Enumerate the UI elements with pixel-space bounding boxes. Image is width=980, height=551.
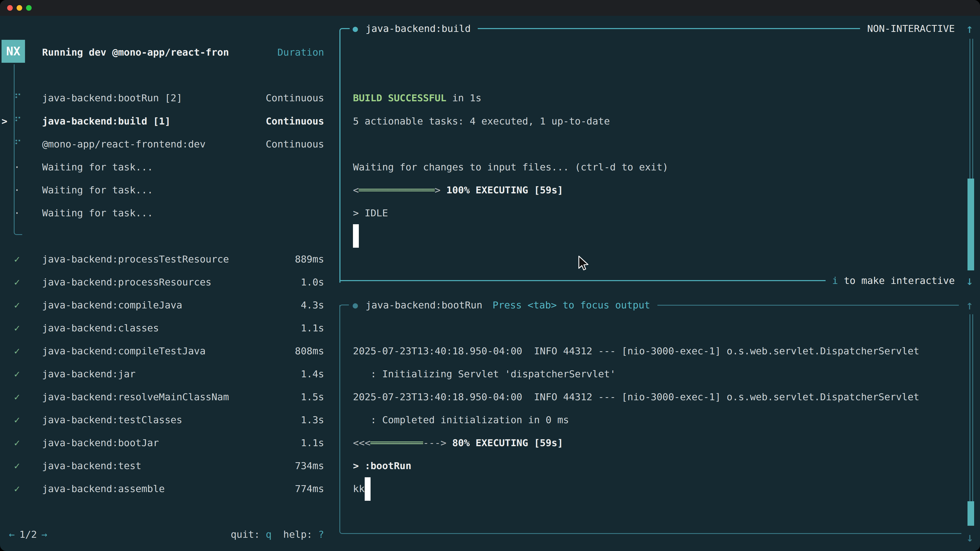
check-icon: ✓: [14, 300, 35, 311]
task-row[interactable]: ✓ java-backend:processTestResource 889ms: [0, 248, 332, 271]
mouse-pointer-icon: [577, 256, 590, 275]
scroll-up-icon[interactable]: ↑: [966, 298, 974, 312]
header-rule: [478, 28, 860, 29]
bootrun-pane-header: ● java-backend:bootRun Press <tab> to fo…: [353, 295, 974, 315]
task-name: java-backend:resolveMainClassNam: [42, 391, 229, 403]
task-row[interactable]: ✓ java-backend:test 734ms: [0, 454, 332, 477]
build-pane-footer: i to make interactive ↓: [339, 271, 974, 290]
page-prev-arrow-icon[interactable]: ←: [9, 529, 15, 540]
task-name: java-backend:assemble: [42, 483, 165, 494]
task-name: java-backend:compileJava: [42, 300, 182, 311]
task-duration: 1.5s: [301, 391, 324, 403]
task-duration: 774ms: [295, 483, 324, 494]
task-row-selected[interactable]: > ⠋ java-backend:build [1] Continuous: [0, 110, 332, 133]
gradle-progress-bar: <<<═════════---> 80% EXECUTING [59s]: [353, 431, 563, 454]
spinner-icon: ⠋: [14, 92, 35, 104]
build-pane-title: java-backend:build: [366, 23, 471, 34]
terminal-window: NX Running dev @mono-app/react-fron Dura…: [0, 0, 980, 551]
sidebar-footer: ← 1/2 → quit: q help: ?: [0, 523, 332, 546]
check-icon: ✓: [14, 322, 35, 333]
scrollbar-track[interactable]: [969, 314, 973, 501]
task-duration: 734ms: [295, 460, 324, 472]
scrollbar-thumb[interactable]: [967, 501, 974, 526]
task-name: java-backend:jar: [42, 368, 135, 380]
task-name: java-backend:build [1]: [42, 116, 170, 127]
check-icon: ✓: [14, 391, 35, 403]
bar-open: <: [353, 184, 359, 196]
task-duration: 1.4s: [301, 368, 324, 380]
check-icon: ✓: [14, 254, 35, 265]
log-line: : Initializing Servlet 'dispatcherServle…: [353, 362, 616, 386]
check-icon: ✓: [14, 414, 35, 426]
task-row[interactable]: ✓ java-backend:classes 1.1s: [0, 317, 332, 340]
task-row[interactable]: ✓ java-backend:processResources 1.0s: [0, 271, 332, 294]
task-row-waiting: · Waiting for task...: [0, 179, 332, 202]
task-row[interactable]: ✓ java-backend:assemble 774ms: [0, 477, 332, 500]
task-row[interactable]: ✓ java-backend:compileTestJava 808ms: [0, 340, 332, 362]
task-name: java-backend:testClasses: [42, 414, 182, 426]
scroll-up-icon[interactable]: ↑: [966, 21, 974, 36]
bar-close: >: [434, 184, 441, 196]
task-row[interactable]: ✓ java-backend:compileJava 4.3s: [0, 294, 332, 317]
task-duration: Continuous: [266, 116, 324, 127]
terminal-line: > IDLE: [353, 202, 388, 224]
task-bullet-icon: ●: [353, 300, 358, 310]
pending-bullet-icon: ·: [14, 184, 35, 196]
input-line[interactable]: kk: [353, 477, 365, 500]
quit-key[interactable]: q: [266, 529, 272, 540]
task-row[interactable]: ✓ java-backend:jar 1.4s: [0, 362, 332, 386]
task-name: java-backend:bootRun [2]: [42, 92, 182, 103]
task-duration: 1.1s: [301, 322, 324, 333]
task-row[interactable]: ⠋ java-backend:bootRun [2] Continuous: [0, 86, 332, 110]
gradle-progress-bar: <═════════════> 100% EXECUTING [59s]: [353, 179, 563, 202]
header-rule: [657, 305, 959, 306]
task-duration: Continuous: [266, 92, 324, 103]
waiting-label: Waiting for task...: [42, 207, 153, 219]
check-icon: ✓: [14, 345, 35, 357]
task-duration: 1.1s: [301, 437, 324, 448]
scroll-down-icon[interactable]: ↓: [966, 530, 974, 545]
terminal-cursor: [353, 224, 359, 248]
terminal-cursor: [365, 477, 371, 501]
task-row[interactable]: ✓ java-backend:testClasses 1.3s: [0, 408, 332, 431]
task-name: java-backend:bootJar: [42, 437, 159, 448]
close-button[interactable]: [7, 5, 13, 11]
log-line: 2025-07-23T13:40:18.950-04:00 INFO 44312…: [353, 386, 919, 408]
minimize-button[interactable]: [17, 5, 22, 11]
quit-hint: quit: q help: ?: [231, 529, 324, 540]
prompt-line: > :bootRun: [353, 454, 411, 477]
build-pane-border: [339, 28, 350, 283]
selection-arrow-icon: >: [2, 116, 7, 127]
terminal-line: Waiting for changes to input files... (c…: [353, 156, 668, 179]
check-icon: ✓: [14, 368, 35, 380]
task-name: java-backend:classes: [42, 322, 159, 333]
pending-bullet-icon: ·: [14, 162, 35, 173]
bar-fill: ═════════: [371, 437, 423, 448]
interactive-key: i: [832, 275, 838, 286]
scroll-down-icon[interactable]: ↓: [966, 273, 974, 288]
terminal-line: BUILD SUCCESSFUL in 1s: [353, 86, 481, 110]
titlebar: [0, 0, 980, 16]
bar-fill: ═════════════: [359, 184, 434, 196]
task-name: java-backend:processResources: [42, 276, 211, 288]
bar-label: 80% EXECUTING [59s]: [446, 437, 563, 448]
zoom-button[interactable]: [26, 5, 32, 11]
task-name: java-backend:test: [42, 460, 142, 472]
check-icon: ✓: [14, 460, 35, 472]
scrollbar-thumb[interactable]: [967, 179, 974, 270]
build-success-time: in 1s: [446, 92, 481, 103]
bar-dashes: --->: [423, 437, 447, 448]
log-line: 2025-07-23T13:40:18.950-04:00 INFO 44312…: [353, 340, 919, 362]
task-row[interactable]: ⠋ @mono-app/react-frontend:dev Continuou…: [0, 133, 332, 156]
scrollbar-track[interactable]: [969, 39, 973, 179]
waiting-label: Waiting for task...: [42, 162, 153, 173]
help-key[interactable]: ?: [318, 529, 324, 540]
task-row[interactable]: ✓ java-backend:bootJar 1.1s: [0, 431, 332, 454]
quit-label: quit:: [231, 529, 266, 540]
check-icon: ✓: [14, 483, 35, 494]
task-duration: 889ms: [295, 254, 324, 265]
task-row[interactable]: ✓ java-backend:resolveMainClassNam 1.5s: [0, 386, 332, 408]
task-duration: 1.0s: [301, 276, 324, 288]
page-next-arrow-icon[interactable]: →: [41, 529, 48, 540]
task-duration: Continuous: [266, 138, 324, 150]
